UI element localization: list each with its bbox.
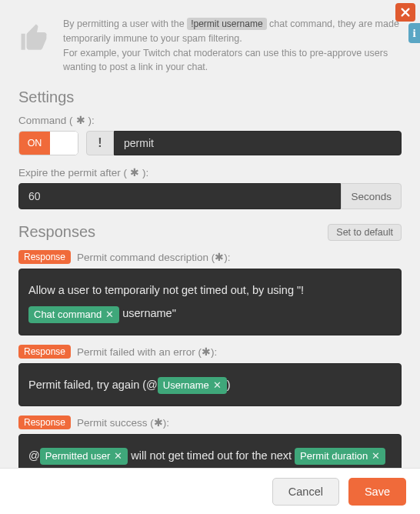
response-badge: Response xyxy=(18,345,71,359)
chip-remove-icon[interactable]: ✕ xyxy=(372,448,380,465)
intro-text: By permitting a user with the !permit us… xyxy=(63,17,402,75)
command-toggle[interactable]: ON xyxy=(18,131,78,155)
info-tab[interactable]: i xyxy=(408,23,420,43)
intro-highlight: !permit username xyxy=(187,18,266,30)
permit-settings-modal: i By permitting a user with the !permit … xyxy=(0,0,420,514)
required-icon: ✱ xyxy=(76,114,85,126)
required-icon: ✱ xyxy=(202,345,211,358)
response-label: Response Permit command description (✱): xyxy=(18,250,402,264)
response-failed-box[interactable]: Permit failed, try again (@Username✕) xyxy=(18,363,402,406)
chip-remove-icon[interactable]: ✕ xyxy=(114,448,122,465)
intro-block: By permitting a user with the !permit us… xyxy=(18,17,402,75)
settings-heading: Settings xyxy=(18,88,402,106)
variable-chip-chat-command[interactable]: Chat command✕ xyxy=(28,306,119,323)
chip-remove-icon[interactable]: ✕ xyxy=(105,306,114,323)
save-button[interactable]: Save xyxy=(348,478,406,506)
variable-chip-permitted-user[interactable]: Permitted user✕ xyxy=(40,448,128,465)
variable-chip-username[interactable]: Username✕ xyxy=(158,377,227,394)
response-label: Response Permit failed with an error (✱)… xyxy=(18,345,402,359)
command-label: Command (✱): xyxy=(18,114,402,126)
expire-input[interactable] xyxy=(18,183,341,209)
required-icon: ✱ xyxy=(215,251,224,263)
response-badge: Response xyxy=(18,416,71,429)
command-prefix: ! xyxy=(86,131,114,155)
modal-footer: Cancel Save xyxy=(0,468,420,514)
response-label: Response Permit success (✱): xyxy=(18,416,402,429)
cancel-button[interactable]: Cancel xyxy=(272,478,339,506)
chip-remove-icon[interactable]: ✕ xyxy=(213,377,222,394)
close-button[interactable] xyxy=(395,3,415,22)
responses-heading: Responses xyxy=(18,223,95,241)
command-input[interactable] xyxy=(114,131,402,155)
toggle-knob xyxy=(50,132,78,155)
close-icon xyxy=(400,7,411,18)
expire-unit: Seconds xyxy=(341,183,402,209)
response-description-box[interactable]: Allow a user to temporarily not get time… xyxy=(18,269,402,335)
required-icon: ✱ xyxy=(130,166,139,179)
response-badge: Response xyxy=(18,250,71,264)
response-success-box[interactable]: @Permitted user✕ will not get timed out … xyxy=(18,434,402,468)
variable-chip-permit-duration[interactable]: Permit duration✕ xyxy=(295,448,385,465)
set-default-button[interactable]: Set to default xyxy=(328,224,402,241)
toggle-on-label: ON xyxy=(19,132,50,155)
expire-label: Expire the permit after (✱): xyxy=(18,166,402,179)
required-icon: ✱ xyxy=(154,416,163,429)
thumbs-up-icon xyxy=(18,22,51,54)
